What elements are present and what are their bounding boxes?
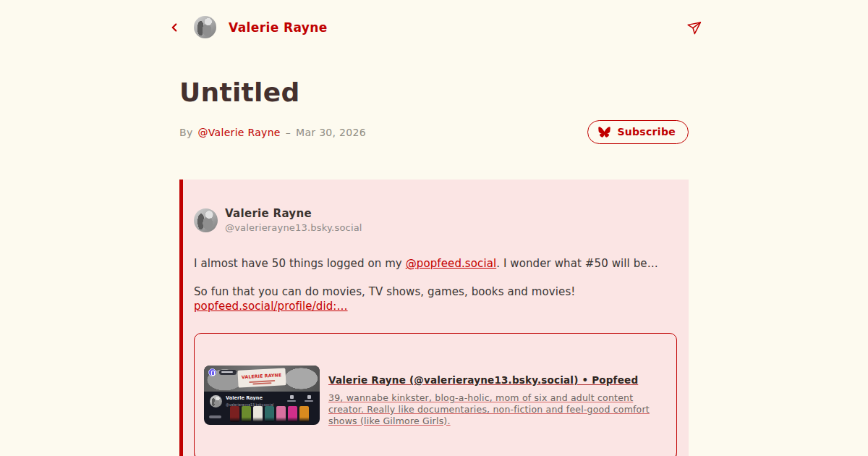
thumbnail-sign-line bbox=[252, 382, 271, 384]
poster-thumb bbox=[288, 406, 297, 422]
post-text-1: I almost have 50 things logged on my bbox=[194, 257, 406, 270]
subscribe-label: Subscribe bbox=[617, 126, 676, 138]
thumbnail-stat bbox=[304, 395, 314, 402]
post-paragraph-1: I almost have 50 things logged on my @po… bbox=[194, 256, 677, 271]
article-main: Untitled By @Valerie Rayne – Mar 30, 202… bbox=[179, 77, 689, 456]
byline-author-link[interactable]: @Valerie Rayne bbox=[198, 127, 281, 138]
post-author-avatar[interactable] bbox=[194, 208, 218, 232]
thumbnail-avatar bbox=[210, 395, 222, 408]
link-preview-description[interactable]: 39, wannabe kinkster, blog-a-holic, mom … bbox=[328, 392, 665, 427]
byline-separator: – bbox=[286, 127, 291, 138]
header-author-name[interactable]: Valerie Rayne bbox=[229, 20, 328, 35]
byline: By @Valerie Rayne – Mar 30, 2026 bbox=[179, 127, 366, 138]
post-author-row[interactable]: Valerie Rayne @valerierayne13.bsky.socia… bbox=[194, 207, 677, 233]
popfeed-logo-icon bbox=[208, 368, 216, 376]
byline-date: Mar 30, 2026 bbox=[296, 127, 366, 138]
poster-row bbox=[230, 406, 309, 422]
embedded-bluesky-post: Valerie Rayne @valerierayne13.bsky.socia… bbox=[179, 180, 689, 456]
page-title: Untitled bbox=[179, 77, 689, 107]
popfeed-profile-link[interactable]: popfeed.social/profile/did:… bbox=[194, 300, 348, 313]
poster-thumb bbox=[242, 406, 251, 422]
byline-prefix: By bbox=[179, 127, 193, 138]
chevron-left-icon bbox=[168, 21, 181, 34]
post-text-2: . I wonder what #50 will be… bbox=[496, 257, 658, 270]
author-avatar[interactable] bbox=[194, 16, 216, 38]
post-author-name: Valerie Rayne bbox=[225, 207, 362, 220]
link-preview-card[interactable]: VALERIE RAYNE Valerie Rayne @valerierayn… bbox=[194, 333, 677, 456]
thumbnail-banner-text: VALERIE RAYNE bbox=[242, 372, 282, 379]
subscribe-button[interactable]: Subscribe bbox=[587, 120, 689, 144]
back-button[interactable] bbox=[165, 18, 184, 37]
post-text-3: So fun that you can do movies, TV shows,… bbox=[194, 285, 575, 298]
post-body: I almost have 50 things logged on my @po… bbox=[194, 256, 677, 313]
thumbnail-stat bbox=[286, 395, 297, 402]
bluesky-butterfly-icon bbox=[598, 127, 610, 138]
post-author-handle: @valerierayne13.bsky.social bbox=[225, 222, 362, 233]
poster-thumb bbox=[276, 406, 286, 422]
popfeed-mention-link[interactable]: @popfeed.social bbox=[406, 257, 497, 270]
top-header: Valerie Rayne bbox=[165, 0, 703, 38]
thumbnail-caption-text bbox=[209, 415, 221, 418]
thumbnail-profile-name: Valerie Rayne bbox=[226, 395, 286, 400]
post-paragraph-2: So fun that you can do movies, TV shows,… bbox=[194, 284, 677, 313]
paper-plane-send-icon bbox=[686, 20, 701, 35]
poster-thumb bbox=[253, 406, 263, 422]
link-preview-title[interactable]: Valerie Rayne (@valerierayne13.bsky.soci… bbox=[328, 374, 665, 386]
poster-thumb bbox=[299, 406, 309, 422]
post-author-meta: Valerie Rayne @valerierayne13.bsky.socia… bbox=[225, 207, 362, 233]
thumbnail-profile-pill bbox=[219, 370, 237, 375]
link-preview-text: Valerie Rayne (@valerierayne13.bsky.soci… bbox=[328, 366, 665, 427]
poster-thumb bbox=[265, 406, 274, 422]
thumbnail-banner-sign: VALERIE RAYNE bbox=[237, 368, 286, 387]
thumbnail-stats bbox=[286, 395, 314, 402]
link-preview-thumbnail: VALERIE RAYNE Valerie Rayne @valerierayn… bbox=[204, 366, 320, 425]
byline-row: By @Valerie Rayne – Mar 30, 2026 Subscri… bbox=[179, 120, 689, 144]
share-button[interactable] bbox=[684, 18, 703, 37]
poster-thumb bbox=[230, 406, 239, 422]
